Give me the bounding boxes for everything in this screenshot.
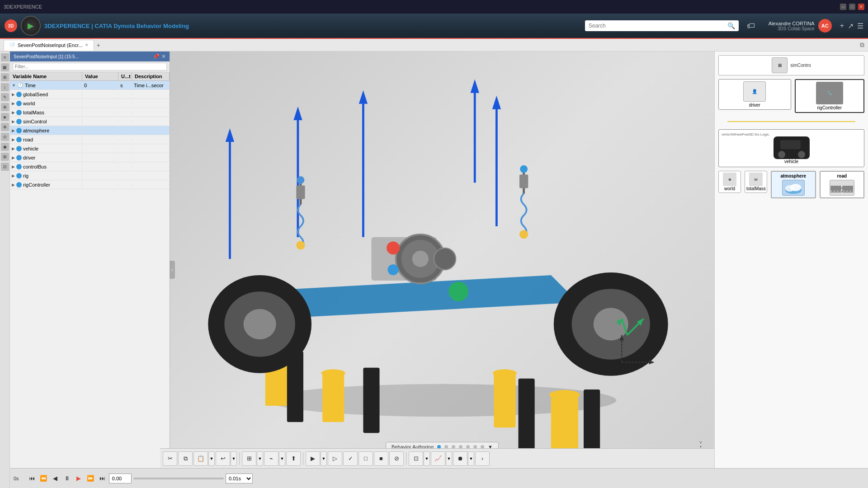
paste-tool-button[interactable]: 📋 <box>193 451 208 466</box>
table-row[interactable]: ▶ driver <box>10 153 170 162</box>
close-button[interactable]: ✕ <box>858 4 864 10</box>
step-size-select[interactable]: 0.001s 0.01s 0.1s 1s <box>226 474 253 483</box>
new-tab-button[interactable]: + <box>94 41 103 50</box>
select-dropdown-arrow[interactable]: ▼ <box>257 451 263 466</box>
panel-close-button[interactable]: ✕ <box>161 53 166 60</box>
compass-play-button[interactable]: ▶ <box>21 16 41 36</box>
expand-world[interactable]: ▶ <box>12 101 15 106</box>
driver-rigcontroller-row: 👤 driver 🔧 rigController <box>718 79 864 113</box>
expand-controlbus[interactable]: ▶ <box>12 164 15 169</box>
paste-dropdown-arrow[interactable]: ▼ <box>208 451 215 466</box>
sidebar-icon-8[interactable]: ⊗ <box>1 123 9 131</box>
search-input[interactable] <box>589 23 725 29</box>
sidebar-icon-9[interactable]: ⊙ <box>1 133 9 141</box>
record-tool-button[interactable]: ⏺ <box>453 451 467 466</box>
sidebar-icon-2[interactable]: ▦ <box>1 63 9 71</box>
search-icon[interactable]: 🔍 <box>727 22 735 29</box>
sidebar-icon-12[interactable]: ⊡ <box>1 163 9 171</box>
more-tools-button[interactable]: › <box>475 451 490 466</box>
table-row[interactable]: ▶ simControl <box>10 117 170 126</box>
upload-tool-button[interactable]: ⬆ <box>286 451 301 466</box>
connect-tool-button[interactable]: ⌁ <box>264 451 278 466</box>
3d-viewport[interactable]: Behavior Authoring ▼ Y X <box>170 52 714 488</box>
tag-icon[interactable]: 🏷 <box>747 21 755 31</box>
table-row[interactable]: ▼ 🕐 Time 0 s Time i...secor <box>10 81 170 90</box>
user-avatar[interactable]: AC <box>818 19 832 33</box>
maximize-view-icon[interactable]: ⧉ <box>860 41 864 49</box>
goto-start-button[interactable]: ⏮ <box>27 474 37 483</box>
undo-tool-button[interactable]: ↩ <box>216 451 230 466</box>
expand-driver[interactable]: ▶ <box>12 155 15 160</box>
validate-tool-button[interactable]: ✓ <box>343 451 358 466</box>
table-row-atmosphere[interactable]: ▶ atmosphere <box>10 126 170 135</box>
undo-dropdown-arrow[interactable]: ▼ <box>231 451 237 466</box>
tab-close-button[interactable]: × <box>85 42 88 47</box>
next-tool-button[interactable]: ▷ <box>328 451 342 466</box>
play-button[interactable]: ▶ <box>74 474 84 483</box>
expand-rig[interactable]: ▶ <box>12 174 15 178</box>
sidebar-icon-1[interactable]: ≡ <box>1 53 9 61</box>
table-row[interactable]: ▶ rig <box>10 171 170 180</box>
table-row[interactable]: ▶ controlBus <box>10 162 170 171</box>
copy-tool-button[interactable]: ⧉ <box>178 451 193 466</box>
panel-collapse-button[interactable]: ‹ <box>170 261 175 279</box>
record-dropdown-arrow[interactable]: ▼ <box>468 451 474 466</box>
expand-totalmass[interactable]: ▶ <box>12 110 15 115</box>
separator-3 <box>406 452 406 465</box>
expand-atmosphere[interactable]: ▶ <box>12 128 15 133</box>
paste-tool-dropdown: 📋 ▼ <box>193 451 215 466</box>
sidebar-icon-4[interactable]: ↕ <box>1 83 9 91</box>
table-row[interactable]: ▶ vehicle <box>10 144 170 153</box>
filter-input[interactable] <box>13 63 167 70</box>
reverse-play-button[interactable]: ◀ <box>50 474 60 483</box>
expand-road[interactable]: ▶ <box>12 137 15 142</box>
table-row[interactable]: ▶ globalSeed <box>10 90 170 99</box>
road-icon <box>830 180 854 196</box>
sidebar-icon-5[interactable]: ✎ <box>1 93 9 101</box>
panel-pin-button[interactable]: 📌 <box>153 53 160 60</box>
app-title: 3DEXPERIENCE | CATIA Dymola Behavior Mod… <box>44 23 189 29</box>
connect-dropdown-arrow[interactable]: ▼ <box>279 451 285 466</box>
sidebar-icon-7[interactable]: ◈ <box>1 113 9 121</box>
run-tool-button[interactable]: □ <box>359 451 373 466</box>
stop-tool-button[interactable]: ■ <box>374 451 388 466</box>
sidebar-icon-3[interactable]: ⊞ <box>1 73 9 81</box>
step-forward-button[interactable]: ⏩ <box>85 474 95 483</box>
results-dropdown-arrow[interactable]: ▼ <box>424 451 430 466</box>
expand-simcontrol[interactable]: ▶ <box>12 119 15 124</box>
plot-dropdown-arrow[interactable]: ▼ <box>446 451 452 466</box>
minimize-button[interactable]: ─ <box>840 4 846 10</box>
settings-toolbar-icon[interactable]: ☰ <box>857 22 863 30</box>
add-toolbar-icon[interactable]: + <box>840 22 844 30</box>
cut-tool-button[interactable]: ✂ <box>163 451 177 466</box>
sidebar-icon-6[interactable]: ⊕ <box>1 103 9 111</box>
table-row[interactable]: ▶ rigController <box>10 180 170 189</box>
col-value: Value <box>82 72 118 80</box>
sidebar-icon-11[interactable]: ⊞ <box>1 153 9 161</box>
share-toolbar-icon[interactable]: ↗ <box>848 22 854 30</box>
sidebar-icon-10[interactable]: ◉ <box>1 143 9 151</box>
filter-row <box>10 61 170 72</box>
pause-button[interactable]: ⏸ <box>62 474 72 483</box>
current-time-input[interactable] <box>109 474 132 483</box>
select-tool-button[interactable]: ⊞ <box>242 451 256 466</box>
expand-rigcontroller[interactable]: ▶ <box>12 183 15 187</box>
maximize-button[interactable]: □ <box>849 4 855 10</box>
table-row[interactable]: ▶ totalMass <box>10 108 170 117</box>
active-tab[interactable]: 📄 SevenPostNoiseInput (Encr... × <box>4 40 94 51</box>
step-back-button[interactable]: ⏪ <box>38 474 48 483</box>
rigcontroller-label: rigController <box>817 105 842 110</box>
simulate-tool-button[interactable]: ▶ <box>306 451 320 466</box>
results-tool-button[interactable]: ⊡ <box>409 451 423 466</box>
check-tool-button[interactable]: ⊘ <box>389 451 404 466</box>
svg-rect-21 <box>519 379 535 450</box>
table-row[interactable]: ▶ world <box>10 99 170 108</box>
expand-time[interactable]: ▼ <box>12 83 16 88</box>
plot-tool-button[interactable]: 📈 <box>431 451 445 466</box>
expand-vehicle[interactable]: ▶ <box>12 146 15 151</box>
expand-globalseed[interactable]: ▶ <box>12 92 15 97</box>
time-slider[interactable] <box>133 478 224 479</box>
simulate-dropdown-arrow[interactable]: ▼ <box>321 451 327 466</box>
table-row[interactable]: ▶ road <box>10 135 170 144</box>
goto-end-button[interactable]: ⏭ <box>97 474 107 483</box>
